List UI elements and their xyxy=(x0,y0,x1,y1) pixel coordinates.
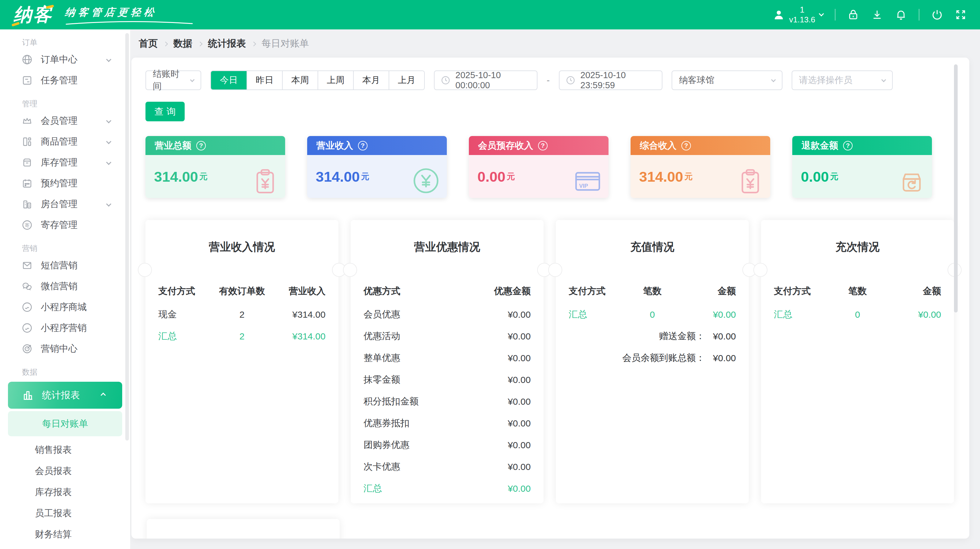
fullscreen-icon xyxy=(955,9,967,21)
help-icon[interactable]: ? xyxy=(538,141,547,150)
sidebar-item-wechat-marketing[interactable]: 微信营销 xyxy=(0,276,130,296)
chevron-down-icon xyxy=(771,77,776,82)
panel-table: 支付方式 笔数 金额 汇总 0 ¥0.00 xyxy=(774,278,941,325)
cell-discount-type: 抹零金额 xyxy=(364,374,455,386)
table-row: 抹零金额 ¥0.00 xyxy=(364,369,531,391)
stat-card-unit: 元 xyxy=(830,171,838,182)
start-datetime-value: 2025-10-10 00:00:00 xyxy=(455,70,531,91)
panel-table: 优惠方式 优惠金额 会员优惠 ¥0.00 优惠活动 ¥0.00 整单优惠 ¥0.… xyxy=(364,278,531,500)
divider xyxy=(919,9,920,21)
stat-card-member-prestore-income: 会员预存收入 ? 0.00 元 VIP xyxy=(469,136,609,198)
sidebar-item-marketing-center[interactable]: 营销中心 xyxy=(0,338,130,359)
tab-today[interactable]: 今日 xyxy=(211,71,247,89)
crown-icon xyxy=(21,115,33,127)
stat-card-title: 退款金额 xyxy=(802,139,838,152)
sidebar-item-miniprogram-marketing[interactable]: 小程序营销 xyxy=(0,317,130,338)
download-button[interactable] xyxy=(871,9,883,21)
venue-select[interactable]: 纳客球馆 xyxy=(671,70,783,90)
operator-select[interactable]: 请选择操作员 xyxy=(792,70,893,90)
fullscreen-button[interactable] xyxy=(955,9,967,21)
chevron-right-icon xyxy=(163,41,168,46)
sidebar-item-member-management[interactable]: 会员管理 xyxy=(0,110,130,131)
sidebar-subitem-sales-report[interactable]: 销售报表 xyxy=(0,439,130,460)
breadcrumb-data[interactable]: 数据 xyxy=(173,37,192,50)
column-header: 优惠金额 xyxy=(455,285,531,298)
breadcrumb-home[interactable]: 首页 xyxy=(139,37,158,50)
time-type-value: 结账时间 xyxy=(153,68,183,92)
sidebar-item-sms-marketing[interactable]: 短信营销 xyxy=(0,255,130,276)
chevron-down-icon xyxy=(106,57,111,62)
notifications-button[interactable] xyxy=(895,9,907,21)
sidebar-item-statistics-reports[interactable]: 统计报表 xyxy=(8,382,122,409)
box-icon xyxy=(21,157,33,168)
table-row-summary: 汇总 2 ¥314.00 xyxy=(158,325,326,347)
tab-yesterday[interactable]: 昨日 xyxy=(247,71,282,89)
cell-pay-method: 现金 xyxy=(158,308,218,321)
table-row: 优惠活动 ¥0.00 xyxy=(364,325,531,347)
lock-screen-button[interactable] xyxy=(847,9,859,21)
sidebar-item-order-center[interactable]: 订单中心 xyxy=(0,49,130,70)
breadcrumb: 首页 数据 统计报表 每日对账单 xyxy=(130,29,980,57)
tab-last-month[interactable]: 上月 xyxy=(389,71,424,89)
bar-chart-icon xyxy=(22,389,34,401)
sidebar-subitem-finance-settlement[interactable]: 财务结算 xyxy=(0,524,130,545)
sidebar-subitem-daily-statement[interactable]: 每日对账单 xyxy=(8,411,122,436)
sidebar-item-label: 营销中心 xyxy=(41,342,78,355)
svg-text:寄: 寄 xyxy=(24,222,29,228)
breadcrumb-reports[interactable]: 统计报表 xyxy=(208,37,246,50)
tab-this-week[interactable]: 本周 xyxy=(282,71,318,89)
logout-button[interactable] xyxy=(931,9,943,21)
panel-title: 营业优惠情况 xyxy=(364,220,531,255)
chevron-down-icon xyxy=(106,118,111,124)
sidebar-item-label: 库存管理 xyxy=(41,156,78,169)
table-row: 现金 2 ¥314.00 xyxy=(158,304,326,325)
sidebar-item-goods-management[interactable]: 商品管理 xyxy=(0,131,130,152)
stat-card-value: 314.00 xyxy=(316,168,360,185)
goods-icon xyxy=(21,136,33,147)
content-scrollbar[interactable] xyxy=(954,64,958,312)
cell-discount-type: 团购券优惠 xyxy=(364,439,455,451)
cell-discount-type: 汇总 xyxy=(364,482,455,495)
tab-this-month[interactable]: 本月 xyxy=(353,71,389,89)
sidebar-subitem-inventory-report[interactable]: 库存报表 xyxy=(0,482,130,503)
tab-last-week[interactable]: 上周 xyxy=(318,71,353,89)
help-icon[interactable]: ? xyxy=(358,141,368,150)
sidebar-item-data-analysis[interactable]: 数据分析 xyxy=(0,545,130,549)
sidebar-item-inventory-management[interactable]: 库存管理 xyxy=(0,152,130,173)
help-icon[interactable]: ? xyxy=(681,141,691,150)
sidebar-subitem-staff-report[interactable]: 员工报表 xyxy=(0,503,130,524)
sidebar-scrollbar[interactable] xyxy=(125,33,129,441)
help-icon[interactable]: ? xyxy=(196,141,206,150)
panel-business-income: 营业收入情况 支付方式 有效订单数 营业收入 现金 2 ¥314.00 汇总 2 xyxy=(145,220,339,503)
sidebar-item-label: 微信营销 xyxy=(41,280,78,293)
cell-discount-type: 优惠券抵扣 xyxy=(364,417,455,430)
chevron-down-icon xyxy=(190,78,195,82)
end-datetime-input[interactable]: 2025-10-10 23:59:59 xyxy=(559,70,662,90)
sidebar-item-miniprogram-mall[interactable]: 小程序商城 xyxy=(0,296,130,317)
sidebar-item-booking-management[interactable]: 预约管理 xyxy=(0,173,130,194)
sidebar-section-orders: 订单 xyxy=(0,29,130,49)
sidebar-subitem-member-report[interactable]: 会员报表 xyxy=(0,460,130,482)
cell-discount-type: 次卡优惠 xyxy=(364,460,455,473)
time-type-select[interactable]: 结账时间 xyxy=(145,70,201,90)
slogan-underline xyxy=(65,21,194,25)
sidebar-item-task-management[interactable]: 任务管理 xyxy=(0,70,130,91)
stat-card-unit: 元 xyxy=(506,171,515,182)
sidebar-item-room-table-management[interactable]: 房台管理 xyxy=(0,194,130,215)
content-card: 结账时间 今日 昨日 本周 上周 本月 上月 2025-10-10 00:00:… xyxy=(131,57,969,539)
sidebar-item-label: 寄存管理 xyxy=(41,219,78,231)
cell-order-count: 2 xyxy=(218,309,266,320)
cell-amount: ¥0.00 xyxy=(455,331,531,342)
cell-amount: ¥314.00 xyxy=(266,309,326,320)
help-icon[interactable]: ? xyxy=(843,141,853,150)
chevron-down-icon xyxy=(881,77,886,82)
cell-amount: ¥0.00 xyxy=(676,309,736,320)
stat-card-unit: 元 xyxy=(684,171,693,182)
sidebar-item-deposit-management[interactable]: 寄 寄存管理 xyxy=(0,215,130,235)
start-datetime-input[interactable]: 2025-10-10 00:00:00 xyxy=(434,70,538,90)
query-button[interactable]: 查询 xyxy=(145,102,185,121)
panel-notch xyxy=(343,263,357,277)
stat-card-title: 营业总额 xyxy=(155,139,191,152)
account-menu[interactable]: 1 v1.13.6 xyxy=(773,5,823,24)
sidebar-item-label: 预约管理 xyxy=(41,177,78,189)
